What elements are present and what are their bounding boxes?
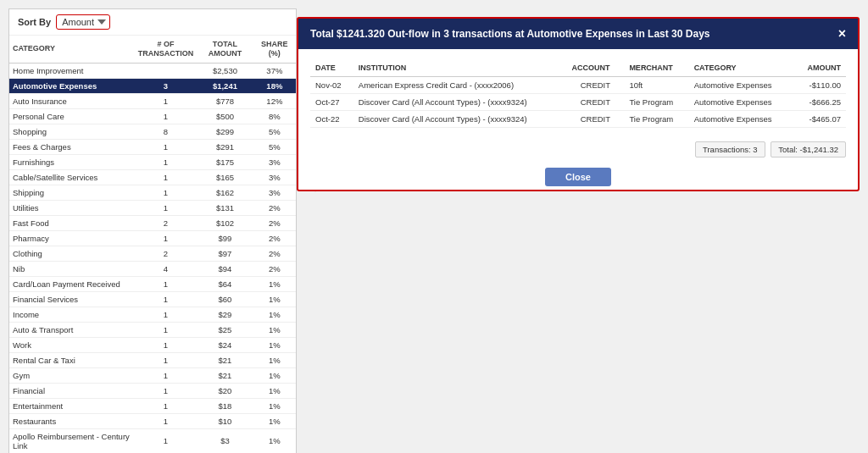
modal-close-button[interactable]: × — [838, 27, 846, 41]
detail-table: DATE INSTITUTION ACCOUNT MERCHANT CATEGO… — [310, 59, 846, 128]
table-row: Rental Car & Taxi 1 $21 1% — [9, 352, 296, 367]
detail-category: Automotive Expenses — [689, 77, 794, 94]
detail-amount: -$465.07 — [794, 111, 846, 128]
row-transactions: 1 — [135, 337, 198, 352]
row-amount: $60 — [197, 291, 253, 307]
row-amount: $64 — [197, 276, 253, 291]
row-amount: $1,241 — [197, 78, 253, 93]
row-category: Shopping — [9, 124, 135, 139]
row-amount: $97 — [197, 246, 253, 261]
row-share: 2% — [253, 261, 296, 276]
row-amount: $299 — [197, 124, 253, 139]
col-header-share: SHARE(%) — [253, 36, 296, 63]
table-row: Fast Food 2 $102 2% — [9, 215, 296, 230]
row-share: 8% — [253, 108, 296, 124]
detail-institution: Discover Card (All Account Types) - (xxx… — [353, 111, 567, 128]
row-transactions: 1 — [135, 169, 198, 185]
total-amount: Total: -$1,241.32 — [771, 141, 846, 157]
detail-amount: -$110.00 — [794, 77, 846, 94]
row-amount: $165 — [197, 169, 253, 185]
row-share: 1% — [253, 367, 296, 383]
row-category: Fast Food — [9, 215, 135, 230]
row-amount: $94 — [197, 261, 253, 276]
table-row: Restaurants 1 $10 1% — [9, 413, 296, 428]
row-amount: $778 — [197, 93, 253, 108]
row-amount: $25 — [197, 322, 253, 337]
row-transactions: 1 — [135, 200, 198, 215]
detail-merchant: Tie Program — [624, 94, 688, 111]
table-row: Apollo Reimbursement - Century Link 1 $3… — [9, 428, 296, 453]
modal-body: DATE INSTITUTION ACCOUNT MERCHANT CATEGO… — [298, 49, 858, 138]
row-category: Work — [9, 337, 135, 352]
row-category: Financial — [9, 383, 135, 398]
row-category: Auto & Transport — [9, 322, 135, 337]
row-amount: $291 — [197, 139, 253, 154]
row-share: 1% — [253, 413, 296, 428]
row-share: 3% — [253, 154, 296, 169]
modal-header: Total $1241.320 Out-flow in 3 transactio… — [298, 19, 858, 49]
row-transactions: 2 — [135, 246, 198, 261]
modal-footer: Transactions: 3 Total: -$1,241.32 — [298, 138, 858, 161]
detail-account: CREDIT — [566, 94, 624, 111]
main-table-container: CATEGORY # OFTRANSACTION TOTALAMOUNT SHA… — [9, 36, 296, 453]
row-share: 1% — [253, 398, 296, 413]
table-row: Nib 4 $94 2% — [9, 261, 296, 276]
row-category: Nib — [9, 261, 135, 276]
row-share: 18% — [253, 78, 296, 93]
row-amount: $500 — [197, 108, 253, 124]
table-row: Income 1 $29 1% — [9, 307, 296, 322]
row-amount: $102 — [197, 215, 253, 230]
row-category: Card/Loan Payment Received — [9, 276, 135, 291]
row-amount: $99 — [197, 230, 253, 246]
table-row: Cable/Satellite Services 1 $165 3% — [9, 169, 296, 185]
detail-category: Automotive Expenses — [689, 111, 794, 128]
sort-by-select[interactable]: Amount — [56, 14, 110, 30]
detail-date: Oct-22 — [310, 111, 353, 128]
row-share: 2% — [253, 230, 296, 246]
row-transactions: 1 — [135, 428, 198, 453]
detail-merchant: 10ft — [624, 77, 688, 94]
row-category: Auto Insurance — [9, 93, 135, 108]
detail-col-date: DATE — [310, 59, 353, 77]
row-share: 5% — [253, 139, 296, 154]
detail-row: Oct-27 Discover Card (All Account Types)… — [310, 94, 846, 111]
table-row: Work 1 $24 1% — [9, 337, 296, 352]
detail-modal: Total $1241.320 Out-flow in 3 transactio… — [297, 17, 860, 191]
col-header-category: CATEGORY — [9, 36, 135, 63]
row-category: Furnishings — [9, 154, 135, 169]
table-row: Auto & Transport 1 $25 1% — [9, 322, 296, 337]
row-share: 1% — [253, 352, 296, 367]
modal-title: Total $1241.320 Out-flow in 3 transactio… — [310, 28, 709, 40]
row-share: 2% — [253, 246, 296, 261]
row-transactions: 2 — [135, 215, 198, 230]
detail-col-merchant: MERCHANT — [624, 59, 688, 77]
row-transactions: 4 — [135, 261, 198, 276]
row-amount: $24 — [197, 337, 253, 352]
row-transactions: 1 — [135, 398, 198, 413]
row-share: 2% — [253, 215, 296, 230]
row-transactions: 1 — [135, 352, 198, 367]
table-row: Entertainment 1 $18 1% — [9, 398, 296, 413]
row-transactions: 1 — [135, 108, 198, 124]
detail-institution: Discover Card (All Account Types) - (xxx… — [353, 94, 567, 111]
row-transactions: 1 — [135, 139, 198, 154]
detail-col-account: ACCOUNT — [566, 59, 624, 77]
table-row: Furnishings 1 $175 3% — [9, 154, 296, 169]
row-transactions: 1 — [135, 276, 198, 291]
row-share: 5% — [253, 124, 296, 139]
row-share: 1% — [253, 307, 296, 322]
table-row: Auto Insurance 1 $778 12% — [9, 93, 296, 108]
totals-row: Transactions: 3 Total: -$1,241.32 — [578, 145, 846, 154]
detail-account: CREDIT — [566, 111, 624, 128]
row-transactions: 1 — [135, 367, 198, 383]
detail-col-category: CATEGORY — [689, 59, 794, 77]
row-transactions: 1 — [135, 230, 198, 246]
row-amount: $20 — [197, 383, 253, 398]
close-button[interactable]: Close — [545, 168, 611, 186]
row-category: Entertainment — [9, 398, 135, 413]
row-transactions: 3 — [135, 78, 198, 93]
row-transactions: 1 — [135, 291, 198, 307]
table-row: Financial Services 1 $60 1% — [9, 291, 296, 307]
row-amount: $10 — [197, 413, 253, 428]
table-row: Financial 1 $20 1% — [9, 383, 296, 398]
